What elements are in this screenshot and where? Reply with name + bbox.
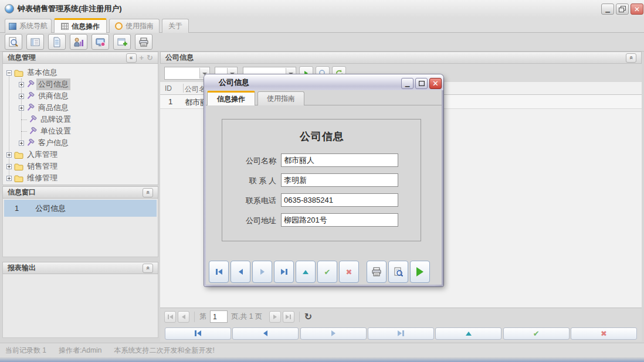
maximize-icon [419,81,425,86]
next-record-button[interactable] [300,327,367,340]
refresh-icon[interactable]: ↻ [147,53,153,62]
window-restore-button[interactable] [616,4,629,15]
company-info-panel-header: 公司信息 « [160,52,642,64]
dialog-tab-user-guide[interactable]: 使用指南 [257,91,304,105]
tab-label: 关于 [168,21,182,31]
collapse-panel-button[interactable]: « [143,264,153,273]
expand-box-icon[interactable] [6,152,12,158]
add-icon[interactable]: + [140,53,144,62]
expand-box-icon[interactable] [19,105,24,111]
edit-record-button[interactable] [296,261,316,283]
tree-item-customer-info[interactable]: 客户信息 [3,137,158,149]
window-close-button[interactable]: ✕ [631,4,643,15]
first-record-button[interactable] [209,261,229,283]
form-title: 公司信息 [222,129,422,144]
contact-input[interactable] [281,173,398,187]
next-record-button[interactable] [252,261,272,283]
phone-input[interactable] [281,193,398,207]
phone-label: 联系电话 [246,196,276,206]
last-record-button[interactable] [274,261,294,283]
collapse-sidebar-button[interactable]: « [126,53,137,63]
run-button[interactable] [410,261,430,283]
tab-info-operation[interactable]: 信息操作 [54,18,107,33]
cancel-button[interactable]: ✖ [339,261,359,283]
info-window-row[interactable]: 1 公司信息 [4,200,157,217]
pager-bar: 第 页,共 1 页 ↻ [160,308,642,325]
tree-label: 单位设置 [39,125,73,137]
prev-page-button[interactable] [178,311,189,323]
expand-box-icon[interactable] [19,94,24,99]
prev-record-button[interactable] [232,327,299,340]
page-number-input[interactable] [210,310,228,323]
record-nav-bar: ✔ ✖ [160,325,642,341]
filter-combo-1[interactable] [164,67,210,80]
last-page-button[interactable] [283,311,294,323]
prev-record-button[interactable] [231,261,250,283]
collapse-panel-button[interactable]: « [143,188,153,197]
tree-item-brand-setting[interactable]: 品牌设置 [3,114,158,125]
collapse-panel-button[interactable]: « [626,53,636,63]
dialog-minimize-button[interactable]: ▁ [401,78,413,89]
new-document-button[interactable] [48,34,66,50]
dialog-close-button[interactable]: ✕ [429,78,442,89]
tree-item-repair-manage[interactable]: 维修管理 [3,172,158,184]
print-button[interactable] [367,261,387,283]
add-record-button[interactable] [113,34,131,50]
app-icon [5,4,14,13]
tree-item-company-info[interactable]: 公司信息 [3,78,158,90]
tree-label: 客户信息 [36,137,70,149]
info-window-title: 信息窗口 [8,187,36,197]
tree-item-sales-manage[interactable]: 销售管理 [3,160,158,172]
user-report-button[interactable] [70,34,87,50]
confirm-button[interactable]: ✔ [317,261,337,283]
company-info-panel-title: 公司信息 [165,53,194,63]
address-label: 公司地址 [246,216,276,226]
next-page-button[interactable] [269,311,281,323]
tree-item-inbound-manage[interactable]: 入库管理 [3,149,158,160]
info-manage-title: 信息管理 [8,53,36,63]
screen-view-button[interactable] [91,34,109,50]
window-bottom-edge [0,357,644,362]
expand-box-icon[interactable] [19,141,24,146]
address-input[interactable] [281,213,398,227]
folder-icon [14,175,23,182]
print-preview-button[interactable] [388,261,408,283]
company-name-input[interactable] [281,153,398,167]
reload-icon[interactable]: ↻ [304,311,312,322]
window-minimize-button[interactable]: ▁ [601,4,614,15]
tree-label: 销售管理 [25,160,59,172]
tree-item-supplier-info[interactable]: 供商信息 [3,90,158,102]
tool-icon [29,115,37,124]
status-record-count: 当前记录数 1 [5,346,46,356]
tree-label: 基本信息 [25,67,59,78]
tree-label: 公司信息 [36,78,70,90]
dialog-maximize-button[interactable] [415,78,428,89]
expand-box-icon[interactable] [6,176,12,181]
tree-item-unit-setting[interactable]: 单位设置 [3,125,158,137]
tree-item-product-info[interactable]: 商品信息 [3,102,158,114]
confirm-button[interactable]: ✔ [503,327,570,340]
tree-item-basic-info[interactable]: 基本信息 [3,67,158,78]
edit-record-button[interactable] [435,327,501,340]
dialog-tab-info-operation[interactable]: 信息操作 [207,91,255,105]
list-view-button[interactable] [26,34,44,50]
expand-box-icon[interactable] [19,82,24,87]
cancel-button[interactable]: ✖ [571,327,637,340]
tab-user-guide[interactable]: 使用指南 [109,19,160,33]
tool-icon [26,80,35,88]
first-page-button[interactable] [164,311,176,323]
tab-about[interactable]: 关于 [162,19,189,33]
first-record-button[interactable] [165,327,231,340]
expand-box-icon[interactable] [6,164,12,169]
page-label: 第 [199,312,206,322]
tree-guide [21,131,27,132]
user-report-icon [73,37,84,47]
column-id[interactable]: ID [165,84,172,93]
collapse-box-icon[interactable] [6,70,12,76]
tab-system-navigation[interactable]: 系统导航 [5,19,52,33]
tool-icon [26,139,35,147]
print-device-button[interactable] [135,34,152,50]
page-total-label: 页,共 1 页 [231,312,262,322]
last-record-button[interactable] [368,327,434,340]
search-document-button[interactable] [5,34,22,50]
